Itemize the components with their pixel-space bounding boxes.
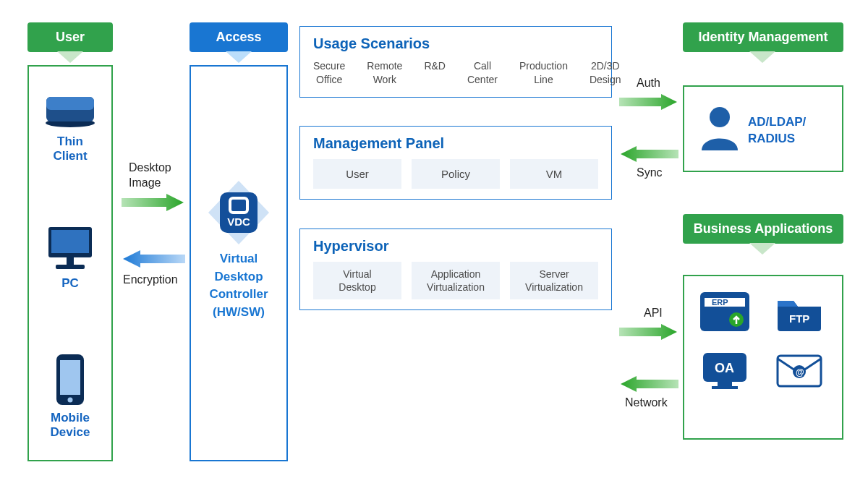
user-box: Thin Client PC Mobile Device: [27, 65, 113, 461]
mobile-icon: [54, 353, 87, 406]
network-label: Network: [625, 396, 668, 409]
svg-text:@: @: [796, 367, 804, 377]
svg-rect-21: [718, 382, 732, 386]
user-header-label: User: [56, 30, 85, 44]
mail-icon: @: [773, 349, 827, 390]
sync-label: Sync: [637, 166, 663, 179]
arrow-left-blue-icon: [120, 249, 187, 269]
business-header-label: Business Applications: [694, 221, 833, 236]
usage-item: Production Line: [519, 59, 568, 87]
usage-panel: Usage Scenarios Secure Office Remote Wor…: [299, 26, 612, 98]
access-title: Virtual Desktop Controller (HW/SW): [191, 250, 286, 322]
desktop-image-label: Desktop Image: [129, 161, 171, 191]
usage-item: 2D/3D Design: [590, 59, 621, 87]
usage-item: R&D: [424, 59, 446, 87]
arrow-right-green-icon: [618, 93, 680, 111]
pc-label: PC: [29, 276, 111, 291]
svg-rect-6: [56, 265, 85, 269]
usage-item: Remote Work: [367, 59, 402, 87]
thin-client-label: Thin Client: [29, 135, 111, 163]
svg-rect-8: [60, 360, 80, 395]
usage-item: Call Center: [467, 59, 498, 87]
business-box: ERP FTP OA @: [683, 275, 843, 440]
svg-point-9: [68, 398, 73, 403]
user-funnel-icon: [57, 51, 83, 63]
api-label: API: [644, 307, 663, 320]
access-header: Access: [190, 22, 288, 52]
svg-point-14: [710, 107, 730, 127]
ftp-icon: FTP: [773, 291, 827, 333]
thin-client-item: Thin Client: [29, 93, 111, 163]
identity-funnel-icon: [749, 51, 775, 63]
arrow-right-green-icon: [618, 323, 680, 341]
arrow-left-green-icon: [618, 375, 680, 393]
identity-header: Identity Management: [683, 22, 843, 52]
svg-text:ERP: ERP: [712, 298, 728, 307]
access-funnel-icon: [226, 51, 252, 63]
svg-text:FTP: FTP: [789, 312, 809, 325]
pc-icon: [43, 224, 98, 272]
identity-box: AD/LDAP/ RADIUS: [683, 85, 843, 172]
mobile-item: Mobile Device: [29, 353, 111, 440]
usage-item: Secure Office: [313, 59, 345, 87]
svg-text:OA: OA: [715, 361, 734, 375]
access-box: VDC Virtual Desktop Controller (HW/SW): [190, 65, 288, 461]
user-header: User: [27, 22, 113, 52]
usage-title: Usage Scenarios: [313, 35, 598, 52]
oa-icon: OA: [699, 349, 753, 390]
identity-label: AD/LDAP/ RADIUS: [748, 114, 806, 148]
arrow-left-green-icon: [618, 145, 680, 163]
business-header: Business Applications: [683, 214, 843, 244]
identity-header-label: Identity Management: [698, 30, 827, 44]
svg-rect-2: [46, 97, 94, 110]
arrow-right-green-icon: [120, 192, 187, 213]
person-icon: [697, 103, 742, 153]
encryption-label: Encryption: [123, 273, 178, 286]
mobile-label: Mobile Device: [29, 411, 111, 440]
svg-rect-5: [67, 257, 74, 265]
erp-icon: ERP: [699, 291, 753, 333]
svg-text:VDC: VDC: [227, 215, 250, 228]
usage-row: Secure Office Remote Work R&D Call Cente…: [313, 59, 598, 87]
biz-grid: ERP FTP OA @: [684, 276, 842, 405]
svg-rect-4: [51, 230, 89, 253]
thin-client-icon: [42, 93, 98, 130]
pc-item: PC: [29, 224, 111, 291]
business-funnel-icon: [749, 243, 775, 255]
svg-rect-22: [712, 386, 738, 389]
auth-label: Auth: [637, 77, 660, 90]
vdc-icon: VDC: [205, 179, 272, 246]
spacer: [294, 121, 618, 461]
access-header-label: Access: [216, 30, 261, 44]
vdc-badge: VDC Virtual Desktop Controller (HW/SW): [191, 179, 286, 322]
